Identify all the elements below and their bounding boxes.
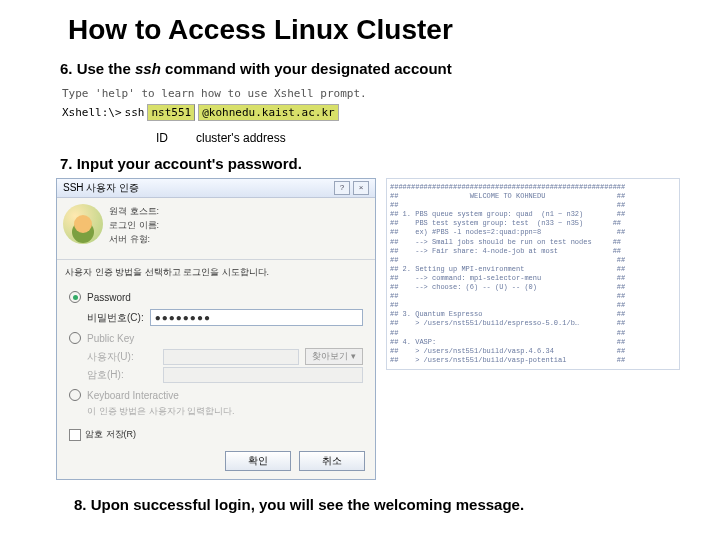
remember-label: 암호 저장(R) — [85, 428, 136, 441]
terminal-prompt: Xshell:\> — [62, 106, 122, 119]
step6-suffix: command with your designated account — [161, 60, 452, 77]
radio-kbint[interactable] — [69, 389, 81, 401]
radio-password[interactable] — [69, 291, 81, 303]
ssh-id-highlight: nst551 — [147, 104, 195, 121]
radio-kbint-label: Keyboard Interactive — [87, 390, 179, 401]
step6-prefix: 6. Use the — [60, 60, 135, 77]
dialog-message: 사용자 인증 방법을 선택하고 로그인을 시도합니다. — [57, 266, 375, 279]
annot-address: cluster's address — [196, 131, 286, 145]
welcome-message-terminal: ########################################… — [386, 178, 680, 370]
password-input[interactable]: ●●●●●●●● — [150, 309, 363, 326]
annot-id: ID — [156, 131, 168, 145]
page-title: How to Access Linux Cluster — [68, 14, 680, 46]
radio-pubkey[interactable] — [69, 332, 81, 344]
auth-dialog: SSH 사용자 인증 ? × 원격 호스트: 로그인 이름: 서버 유형: 사용… — [56, 178, 376, 480]
ssh-addr-highlight: @kohnedu.kaist.ac.kr — [198, 104, 338, 121]
pubkey-pass-label: 암호(H): — [87, 368, 157, 382]
step6: 6. Use the ssh command with your designa… — [60, 60, 680, 77]
step7: 7. Input your account's password. — [60, 155, 680, 172]
server-type-label: 서버 유형: — [109, 233, 150, 246]
remember-checkbox[interactable] — [69, 429, 81, 441]
terminal-ssh-cmd: ssh — [125, 106, 145, 119]
browse-button: 찾아보기 ▾ — [305, 348, 363, 365]
cancel-button[interactable]: 취소 — [299, 451, 365, 471]
remote-host-label: 원격 호스트: — [109, 205, 159, 218]
radio-pubkey-label: Public Key — [87, 333, 134, 344]
password-field-label: 비밀번호(C): — [87, 311, 144, 325]
user-avatar-icon — [63, 204, 103, 244]
ok-button[interactable]: 확인 — [225, 451, 291, 471]
pubkey-user-label: 사용자(U): — [87, 350, 157, 364]
help-icon[interactable]: ? — [334, 181, 350, 195]
terminal-help-line: Type 'help' to learn how to use Xshell p… — [56, 83, 680, 102]
pubkey-pass-input — [163, 367, 363, 383]
step6-cmd: ssh — [135, 60, 161, 77]
dialog-title: SSH 사용자 인증 — [63, 181, 139, 195]
login-name-label: 로그인 이름: — [109, 219, 159, 232]
close-icon[interactable]: × — [353, 181, 369, 195]
radio-password-label: Password — [87, 292, 131, 303]
step8: 8. Upon successful login, you will see t… — [74, 496, 680, 513]
kbint-message: 이 인증 방법은 사용자가 입력합니다. — [87, 405, 363, 418]
pubkey-user-input — [163, 349, 299, 365]
